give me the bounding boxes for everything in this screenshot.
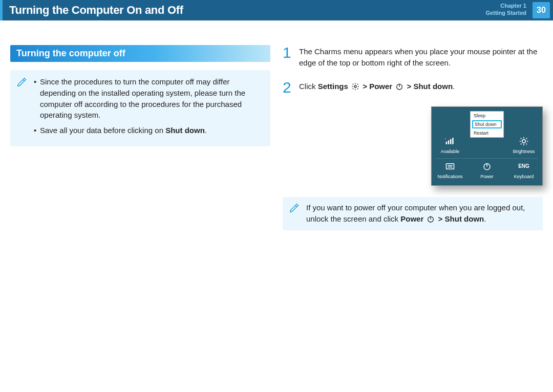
charms-power-icon <box>469 161 505 172</box>
note-box: Since the procedures to turn the compute… <box>10 70 270 146</box>
tip-gt: > <box>436 214 444 223</box>
note-bullet-2-strong: Shut down <box>165 126 205 135</box>
charms-available-label: Available <box>432 149 468 154</box>
left-column: Turning the computer off Since the proce… <box>10 45 270 230</box>
step-1: 1 The Charms menu appears when you place… <box>283 45 543 69</box>
note-icon <box>16 76 28 91</box>
svg-rect-6 <box>452 138 454 144</box>
charms-panel-screenshot: * Available Sleep Shut down Restart Brig <box>431 106 543 186</box>
charms-notifications: Notifications <box>432 159 468 183</box>
right-column: 1 The Charms menu appears when you place… <box>283 45 543 230</box>
wifi-icon: * <box>432 136 468 147</box>
power-option-sleep: Sleep <box>471 112 503 120</box>
tip-power: Power <box>400 214 423 223</box>
charms-row-top: * Available Sleep Shut down Restart Brig <box>432 111 542 158</box>
svg-point-0 <box>354 85 356 88</box>
brightness-icon <box>506 136 542 147</box>
step-2-post: . <box>453 82 455 91</box>
svg-text:*: * <box>445 137 446 142</box>
content-area: Turning the computer off Since the proce… <box>0 20 553 230</box>
step-2: 2 Click Settings > Power > Shut down. <box>283 80 543 95</box>
power-option-shutdown: Shut down <box>472 120 502 128</box>
svg-rect-5 <box>450 139 452 144</box>
chapter-line-1: Chapter 1 <box>486 2 526 9</box>
gear-icon <box>351 82 359 91</box>
svg-rect-4 <box>448 140 450 144</box>
keyboard-lang-label: ENG <box>506 161 542 172</box>
svg-point-8 <box>522 139 526 143</box>
charms-power: Power <box>469 159 505 183</box>
power-icon <box>395 82 403 91</box>
step-2-number: 2 <box>283 80 294 95</box>
tip-power-icon <box>427 215 435 223</box>
chapter-line-2: Getting Started <box>486 9 526 16</box>
step-2-text: Click Settings > Power > Shut down. <box>299 80 543 95</box>
header-accent <box>0 0 3 20</box>
step-1-number: 1 <box>283 45 294 69</box>
charms-row-bottom: Notifications Power ENG Keyboard <box>432 159 542 183</box>
note-bullet-1: Since the procedures to turn the compute… <box>34 76 261 121</box>
charms-power-popup-cell: Sleep Shut down Restart <box>469 111 505 143</box>
charms-available: * Available <box>432 111 468 158</box>
note-bullet-2-pre: Save all your data before clicking on <box>40 126 165 135</box>
step-2-gt1: > <box>360 82 369 91</box>
step-1-text: The Charms menu appears when you place y… <box>299 45 543 69</box>
note-bullet-2: Save all your data before clicking on Sh… <box>34 125 261 136</box>
power-option-restart: Restart <box>471 129 503 137</box>
charms-brightness: Brightness <box>506 111 542 158</box>
page-number: 30 <box>533 2 550 18</box>
step-2-power: Power <box>369 82 392 91</box>
tip-post: . <box>484 214 486 223</box>
power-popup: Sleep Shut down Restart <box>470 111 504 138</box>
chapter-label: Chapter 1 Getting Started <box>486 2 526 17</box>
tip-icon <box>289 202 300 217</box>
page-header: Turning the Computer On and Off Chapter … <box>0 0 553 20</box>
charms-keyboard-label: Keyboard <box>506 174 542 179</box>
step-2-settings: Settings <box>318 82 348 91</box>
tip-shutdown: Shut down <box>445 214 484 223</box>
charms-notifications-label: Notifications <box>432 174 468 179</box>
charms-power-label: Power <box>469 174 505 179</box>
page-title: Turning the Computer On and Off <box>9 4 183 17</box>
step-2-pre: Click <box>299 82 318 91</box>
svg-rect-3 <box>446 141 448 144</box>
step-2-gt2: > <box>405 82 413 91</box>
tip-box: If you want to power off your computer w… <box>283 197 543 230</box>
svg-rect-9 <box>446 163 454 169</box>
note-bullet-2-post: . <box>205 126 207 135</box>
section-heading: Turning the computer off <box>10 45 270 62</box>
notifications-icon <box>432 161 468 172</box>
step-2-shutdown: Shut down <box>413 82 453 91</box>
charms-brightness-label: Brightness <box>506 149 542 154</box>
charms-keyboard: ENG Keyboard <box>506 159 542 183</box>
